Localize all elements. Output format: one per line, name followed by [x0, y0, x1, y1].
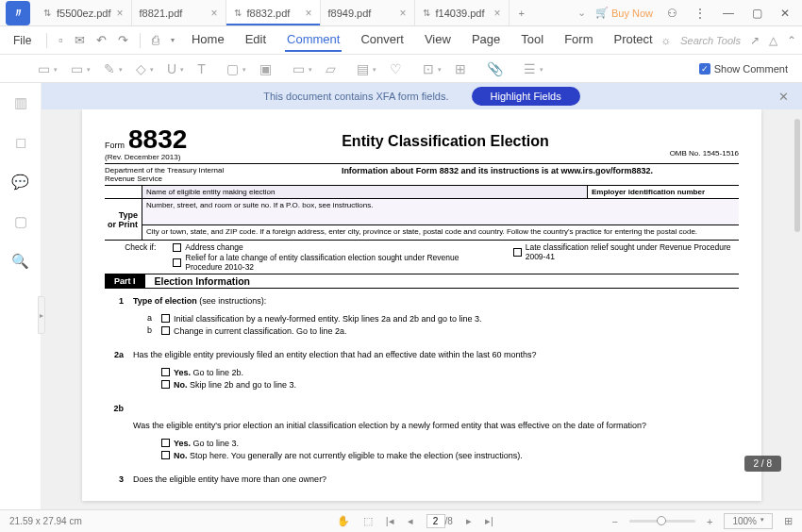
checkbox-2b-yes[interactable] — [161, 439, 170, 447]
comment-panel-icon[interactable]: 💬 — [11, 174, 29, 191]
minimize-button[interactable]: — — [719, 7, 738, 20]
add-tab-button[interactable]: + — [510, 0, 534, 25]
ein-field[interactable]: Employer identification number — [588, 186, 739, 198]
bookmark-icon[interactable]: ◻ — [15, 134, 26, 151]
textbox-icon[interactable]: ▢▾ — [226, 61, 239, 76]
tab-f5500ez[interactable]: ⇅f5500ez.pdf× — [36, 0, 132, 25]
checkbox-address-change[interactable] — [173, 243, 181, 252]
zoom-in-button[interactable]: + — [707, 516, 712, 527]
menu-edit[interactable]: Edit — [243, 28, 268, 52]
left-sidebar: ▥ ◻ 💬 ▢ 🔍 — [0, 83, 42, 509]
bulb-icon[interactable]: ☼ — [660, 34, 671, 47]
close-icon[interactable]: × — [400, 7, 407, 20]
close-icon[interactable]: × — [117, 7, 124, 20]
checkbox-1b[interactable] — [161, 326, 170, 335]
maximize-button[interactable]: ▢ — [747, 7, 766, 20]
zoom-out-button[interactable]: − — [612, 516, 618, 527]
checkbox-late-relief[interactable] — [513, 248, 522, 257]
menu-home[interactable]: Home — [190, 28, 226, 52]
shape-icon[interactable]: ▭▾ — [292, 61, 305, 76]
search-icon[interactable]: 🔍 — [11, 253, 29, 270]
buy-now-button[interactable]: 🛒 Buy Now — [595, 7, 653, 19]
user-icon[interactable]: ♡ — [390, 61, 402, 76]
page-number-input[interactable] — [426, 514, 445, 528]
prev-page-button[interactable]: ◂ — [408, 515, 413, 527]
close-icon[interactable]: × — [211, 7, 218, 20]
list-icon[interactable]: ☰▾ — [524, 61, 536, 76]
window-close-button[interactable]: ✕ — [776, 7, 794, 20]
app-logo[interactable]: 〃 — [6, 1, 30, 25]
city-field[interactable]: City or town, state, and ZIP code. If a … — [142, 225, 739, 240]
attach-icon[interactable]: 📎 — [487, 61, 503, 76]
hand-tool-icon[interactable]: ✋ — [337, 515, 350, 527]
callout-icon[interactable]: ▱ — [326, 61, 336, 76]
tab-strip: ⇅f5500ez.pdf× f8821.pdf× ⇅f8832.pdf× f89… — [36, 0, 570, 25]
tab-f8832[interactable]: ⇅f8832.pdf× — [226, 0, 321, 25]
address-field[interactable]: Number, street, and room or suite no. If… — [142, 199, 739, 225]
eraser-icon[interactable]: ◇▾ — [136, 61, 146, 76]
entity-name-field[interactable]: Name of eligible entity making election — [142, 186, 588, 198]
menu-tool[interactable]: Tool — [519, 28, 545, 52]
cloud-icon[interactable]: △ — [769, 34, 777, 47]
last-page-button[interactable]: ▸| — [485, 515, 493, 527]
thumbnails-icon[interactable]: ▥ — [14, 94, 27, 111]
pencil-icon[interactable]: ✎▾ — [104, 61, 115, 76]
close-icon[interactable]: ✕ — [778, 90, 789, 104]
user-icon[interactable]: ⚇ — [662, 7, 681, 20]
tab-f8949[interactable]: f8949.pdf× — [321, 0, 415, 25]
link-icon[interactable]: ⊞ — [455, 61, 466, 76]
search-tools-input[interactable]: Search Tools — [680, 35, 741, 46]
attachment-panel-icon[interactable]: ▢ — [14, 213, 27, 230]
save-icon[interactable]: ▫ — [55, 31, 67, 49]
mail-icon[interactable]: ✉ — [71, 31, 89, 49]
pdf-page: Form8832 (Rev. December 2013) Entity Cla… — [82, 109, 761, 501]
close-icon[interactable]: × — [306, 7, 312, 20]
zoom-slider[interactable] — [629, 520, 695, 523]
highlight-fields-button[interactable]: Highlight Fields — [472, 87, 580, 106]
close-icon[interactable]: × — [494, 7, 501, 20]
text-icon[interactable]: T — [197, 61, 206, 76]
underline-icon[interactable]: U▾ — [167, 61, 176, 76]
menubar: File ▫ ✉ ↶ ↷ ⎙ ▾ Home Edit Comment Conve… — [0, 26, 802, 55]
chevron-down-icon[interactable]: ▾ — [167, 34, 178, 46]
checkbox-1a[interactable] — [161, 314, 170, 323]
checkbox-relief-2010[interactable] — [173, 258, 181, 267]
menu-comment[interactable]: Comment — [285, 28, 342, 52]
menu-form[interactable]: Form — [562, 28, 594, 52]
stamp-icon[interactable]: ▤▾ — [357, 61, 369, 76]
note-icon[interactable]: ▭▾ — [38, 61, 50, 76]
file-menu[interactable]: File — [6, 30, 39, 51]
area-highlight-icon[interactable]: ▣ — [259, 61, 272, 76]
next-page-button[interactable]: ▸ — [466, 515, 472, 527]
measure-icon[interactable]: ⊡▾ — [423, 61, 434, 76]
checkbox-2a-yes[interactable] — [161, 368, 170, 376]
menu-view[interactable]: View — [423, 28, 453, 52]
menu-page[interactable]: Page — [470, 28, 502, 52]
chevron-down-icon[interactable]: ⌄ — [577, 7, 586, 19]
checkbox-2b-no[interactable] — [161, 451, 170, 459]
menu-convert[interactable]: Convert — [359, 28, 406, 52]
checkbox-checked-icon: ✓ — [699, 63, 710, 75]
tab-icon: ⇅ — [234, 8, 242, 18]
collapse-ribbon-icon[interactable]: ⌃ — [787, 34, 796, 47]
checkbox-2a-no[interactable] — [161, 380, 170, 389]
share-icon[interactable]: ↗ — [750, 34, 760, 47]
print-icon[interactable]: ⎙ — [148, 31, 163, 49]
xfa-banner: This document contains XFA form fields. … — [42, 83, 802, 109]
tab-f8821[interactable]: f8821.pdf× — [132, 0, 226, 25]
first-page-button[interactable]: |◂ — [386, 515, 394, 527]
highlight-icon[interactable]: ▭▾ — [71, 61, 83, 76]
menu-protect[interactable]: Protect — [611, 28, 654, 52]
tab-f14039[interactable]: ⇅f14039.pdf× — [415, 0, 510, 25]
undo-icon[interactable]: ↶ — [92, 31, 110, 49]
fit-page-icon[interactable]: ⊞ — [784, 515, 793, 527]
show-comment-toggle[interactable]: ✓ Show Comment — [699, 63, 788, 75]
more-icon[interactable]: ⋮ — [691, 7, 710, 20]
select-tool-icon[interactable]: ⬚ — [363, 515, 373, 527]
sidebar-toggle[interactable]: ▸ — [38, 296, 45, 334]
scrollbar[interactable] — [794, 119, 800, 232]
redo-icon[interactable]: ↷ — [114, 31, 132, 49]
statusbar: 21.59 x 27.94 cm ✋ ⬚ |◂ ◂ /8 ▸ ▸| − + 10… — [0, 509, 802, 532]
document-viewport[interactable]: This document contains XFA form fields. … — [42, 83, 802, 509]
zoom-select[interactable]: 100%▾ — [724, 513, 773, 529]
